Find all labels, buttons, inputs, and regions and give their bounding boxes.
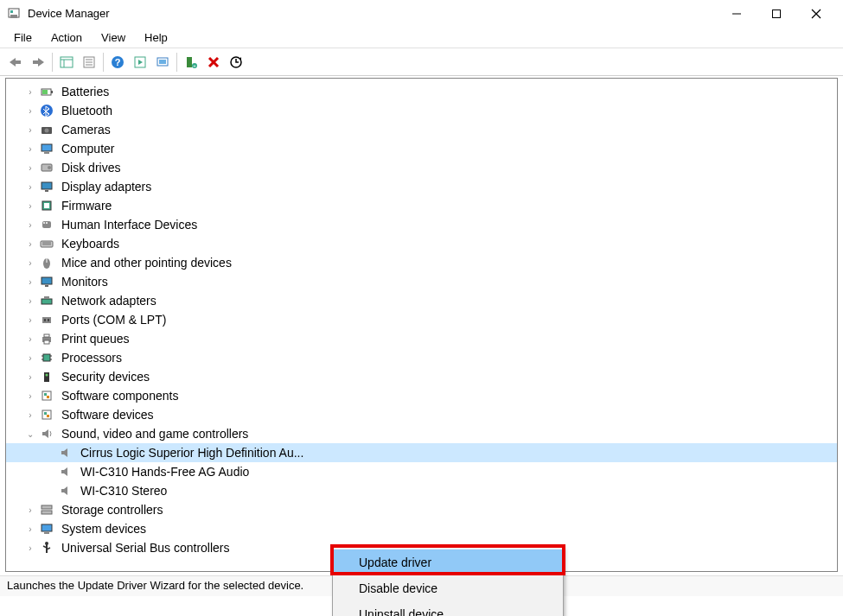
menu-view[interactable]: View [93,29,134,47]
properties-button[interactable] [79,52,99,73]
help-button[interactable]: ? [107,52,128,73]
expander-icon[interactable]: › [23,161,37,175]
action-button[interactable] [130,52,150,73]
device-category[interactable]: ›Cameras [6,120,837,139]
menu-file[interactable]: File [5,29,41,47]
back-button[interactable] [5,52,26,73]
toolbar-separator [103,53,104,72]
device-category[interactable]: ›Software devices [6,405,837,424]
device-category[interactable]: ›Human Interface Devices [6,215,837,234]
context-menu-item[interactable]: Uninstall device [333,601,563,616]
device-item[interactable]: Cirrus Logic Superior High Definition Au… [6,443,837,462]
toolbar-separator [52,53,53,72]
forward-button[interactable] [28,52,48,73]
category-label: Keyboards [60,237,121,251]
svg-rect-50 [45,285,48,287]
svg-rect-34 [44,152,49,154]
device-category[interactable]: ›Network adapters [6,291,837,310]
keyboard-icon [39,236,54,251]
device-category[interactable]: ›Monitors [6,272,837,291]
device-category[interactable]: ›Software components [6,386,837,405]
expander-icon[interactable]: › [23,332,37,346]
device-category[interactable]: ›Batteries [6,82,837,101]
device-category[interactable]: ›Ports (COM & LPT) [6,310,837,329]
expander-icon[interactable]: › [23,256,37,270]
minimize-button[interactable] [717,1,757,27]
update-driver-button[interactable] [226,52,246,73]
storage-icon [39,502,54,518]
device-category[interactable]: ›Firmware [6,196,837,215]
hid-icon [39,217,54,232]
device-category[interactable]: ⌄Sound, video and game controllers [6,424,837,443]
expander-icon[interactable]: › [23,85,37,98]
device-category[interactable]: ›Storage controllers [6,500,837,519]
menu-help[interactable]: Help [136,29,176,47]
software-icon [39,407,54,422]
show-hide-tree-button[interactable] [56,52,77,73]
svg-rect-21 [187,57,192,67]
expander-icon[interactable]: › [23,522,37,536]
svg-rect-55 [48,319,49,321]
device-category[interactable]: ›Security devices [6,367,837,386]
device-category[interactable]: ›Keyboards [6,234,837,253]
close-button[interactable] [796,1,836,27]
menubar: File Action View Help [0,28,843,48]
expander-icon[interactable]: › [23,237,37,251]
device-category[interactable]: ›Processors [6,348,837,367]
device-item[interactable]: WI-C310 Hands-Free AG Audio [6,462,837,481]
expander-icon[interactable]: › [23,123,37,137]
menu-action[interactable]: Action [42,29,91,47]
device-category[interactable]: ›Display adapters [6,177,837,196]
expander-icon[interactable]: › [23,104,37,117]
expander-icon[interactable]: › [23,408,37,422]
camera-icon [39,122,54,137]
svg-rect-33 [42,144,52,151]
expander-icon[interactable]: › [23,370,37,384]
svg-rect-40 [44,203,49,208]
svg-text:+: + [193,63,196,68]
maximize-button[interactable] [757,1,796,27]
expander-icon[interactable]: › [23,389,37,403]
svg-rect-51 [42,299,52,304]
category-label: Bluetooth [60,104,114,117]
monitor-icon [39,274,54,289]
add-device-button[interactable]: + [181,52,201,73]
svg-rect-75 [44,532,49,534]
expander-icon[interactable]: › [23,142,37,156]
expander-icon[interactable]: › [23,313,37,327]
device-category[interactable]: ›Bluetooth [6,101,837,120]
computer-icon [39,141,54,156]
expander-icon[interactable]: › [23,503,37,517]
expander-icon[interactable]: › [23,199,37,213]
scan-hardware-button[interactable] [152,52,173,73]
context-menu-item[interactable]: Update driver [333,549,563,575]
category-label: Sound, video and game controllers [60,427,250,441]
context-menu-item[interactable]: Disable device [333,575,563,601]
device-category[interactable]: ›Computer [6,139,837,158]
device-item[interactable]: WI-C310 Stereo [6,481,837,500]
device-category[interactable]: ›Disk drives [6,158,837,177]
expander-icon[interactable]: › [23,275,37,289]
svg-rect-67 [44,393,47,396]
expander-icon[interactable]: › [23,294,37,308]
tree-scrollarea[interactable]: ›Batteries›Bluetooth›Cameras›Computer›Di… [6,79,837,571]
device-category[interactable]: ›Mice and other pointing devices [6,253,837,272]
remove-device-button[interactable] [203,52,224,73]
svg-rect-70 [44,412,47,415]
category-label: Processors [60,351,124,365]
expander-icon[interactable]: › [23,541,37,555]
svg-point-65 [46,374,48,377]
expander-icon[interactable]: › [23,180,37,194]
expander-icon[interactable]: › [23,351,37,365]
category-label: Software devices [60,408,156,422]
svg-point-43 [46,222,48,224]
device-category[interactable]: ›Print queues [6,329,837,348]
expander-icon[interactable]: › [23,218,37,232]
mouse-icon [39,255,54,270]
display-icon [39,179,54,194]
expander-icon[interactable]: ⌄ [23,427,37,441]
battery-icon [39,84,54,99]
svg-rect-9 [61,57,73,67]
svg-rect-72 [42,505,52,509]
device-category[interactable]: ›System devices [6,519,837,538]
